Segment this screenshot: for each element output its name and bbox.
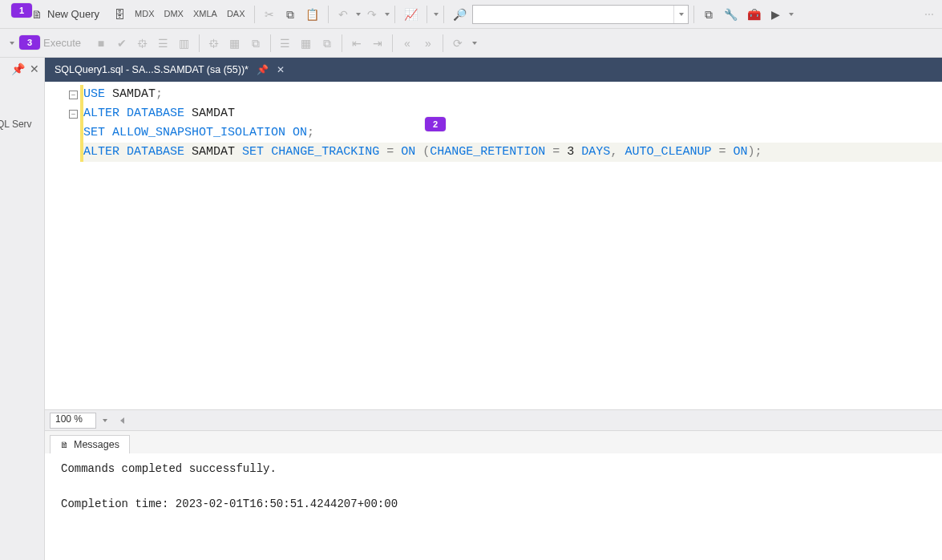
play-dropdown-caret[interactable] — [789, 13, 794, 16]
paste-button[interactable]: 📋 — [301, 5, 323, 24]
main-area: SQLQuery1.sql - SA...S.SAMDAT (sa (55))*… — [45, 58, 942, 560]
messages-tab[interactable]: 🗎 Messages — [50, 435, 130, 453]
kw-on: ON — [401, 145, 415, 159]
increase-indent-button[interactable]: » — [418, 34, 438, 53]
cut-button[interactable]: ✂ — [260, 5, 279, 24]
kw-alter: ALTER — [83, 107, 119, 120]
num: 3 — [567, 145, 574, 159]
punct: ; — [156, 87, 163, 101]
results-to-file-button[interactable]: ⧉ — [317, 34, 337, 53]
wrench-button[interactable]: 🔧 — [720, 5, 742, 24]
document-tab-close-icon[interactable]: ✕ — [277, 64, 285, 75]
activity-monitor-button[interactable]: 📈 — [400, 5, 422, 24]
database-dropdown-caret[interactable] — [10, 42, 14, 45]
document-tabs: SQLQuery1.sql - SA...S.SAMDAT (sa (55))*… — [45, 58, 942, 82]
zoom-caret-icon[interactable] — [103, 419, 107, 422]
horizontal-scroll-left-icon[interactable] — [120, 417, 124, 424]
sql-editor[interactable]: − − USE SAMDAT; ALTER DATABASE SAMDAT SE… — [45, 82, 942, 410]
kw-database: DATABASE — [127, 107, 184, 120]
messages-icon: 🗎 — [60, 441, 69, 449]
find-button[interactable]: 🔎 — [449, 5, 471, 24]
xmla-icon: XMLA — [193, 10, 217, 18]
toolbar-overflow[interactable]: ⋯ — [920, 5, 939, 24]
decrease-indent-button[interactable]: « — [398, 34, 417, 53]
database-icon: 🗄 — [114, 9, 125, 20]
toolbox-button[interactable]: 🧰 — [743, 5, 765, 24]
kw-on: ON — [293, 126, 307, 139]
object-explorer-collapsed[interactable]: 📌 ✕ QL Serv — [0, 58, 45, 560]
dmx-query-button[interactable]: DMX — [160, 5, 187, 24]
results-to-grid-button[interactable]: ▦ — [297, 34, 316, 53]
comment-out-button[interactable]: ⇤ — [347, 34, 366, 53]
fold-toggle-icon[interactable]: − — [69, 110, 78, 119]
toolbar-separator — [254, 6, 255, 23]
include-live-stats-button[interactable]: ▦ — [225, 34, 245, 53]
close-icon[interactable]: ✕ — [30, 63, 39, 75]
copy-button[interactable]: ⧉ — [281, 5, 300, 24]
results-to-text-button[interactable]: ☰ — [276, 34, 295, 53]
include-actual-plan-button[interactable]: ⯐ — [204, 34, 224, 53]
quick-launch-input[interactable] — [473, 6, 673, 23]
toolbar-separator — [199, 34, 200, 52]
kw-set: SET — [242, 145, 264, 159]
comment-icon: ⇤ — [352, 38, 362, 49]
object-explorer-header: 📌 ✕ — [0, 58, 44, 80]
zoom-dropdown[interactable]: 100 % — [50, 413, 96, 429]
database-engine-query-button[interactable]: 🗄 — [110, 5, 129, 24]
live-stats-icon: ▦ — [229, 38, 240, 49]
kw-database: DATABASE — [127, 145, 184, 159]
quick-launch-search[interactable] — [472, 5, 689, 24]
main-toolbar: 🗎 New Query 🗄 MDX DMX XMLA DAX ✂ ⧉ 📋 ↶ ↷… — [0, 0, 942, 29]
undo-button[interactable]: ↶ — [334, 5, 353, 24]
intellisense-button[interactable]: ▥ — [175, 34, 194, 53]
redo-dropdown-caret[interactable] — [385, 13, 390, 16]
pin-icon[interactable]: 📌 — [11, 63, 25, 75]
kw-alter: ALTER — [83, 145, 119, 159]
punct: , — [610, 145, 617, 159]
op-eq: = — [718, 145, 726, 159]
kw-use: USE — [83, 87, 105, 101]
kw-allow-snapshot-isolation: ALLOW_SNAPSHOT_ISOLATION — [112, 126, 285, 139]
op-eq: = — [386, 145, 394, 159]
intellisense-icon: ▥ — [179, 38, 189, 49]
document-tab-active[interactable]: SQLQuery1.sql - SA...S.SAMDAT (sa (55))*… — [45, 58, 294, 82]
specify-values-button[interactable]: ⟳ — [448, 34, 467, 53]
results-text-icon: ☰ — [280, 38, 290, 49]
document-tab-pin-icon[interactable]: 📌 — [257, 64, 269, 75]
fold-toggle-icon[interactable]: − — [69, 91, 78, 99]
solution-dropdown-caret[interactable] — [434, 13, 439, 16]
results-file-icon: ⧉ — [323, 38, 331, 49]
plan-icon: ⯐ — [137, 38, 148, 49]
vs-button[interactable]: ⧉ — [699, 5, 718, 24]
kw-on: ON — [733, 145, 747, 159]
query-options-button[interactable]: ☰ — [154, 34, 173, 53]
new-query-button[interactable]: 🗎 New Query — [27, 5, 108, 24]
values-icon: ⟳ — [453, 38, 463, 49]
undo-dropdown-caret[interactable] — [356, 13, 361, 16]
client-area: 📌 ✕ QL Serv SQLQuery1.sql - SA...S.SAMDA… — [0, 58, 942, 560]
sql-toolbar-overflow-caret[interactable] — [472, 42, 477, 45]
stop-button[interactable]: ■ — [91, 34, 111, 53]
display-plan-button[interactable]: ⯐ — [133, 34, 152, 53]
dax-query-button[interactable]: DAX — [223, 5, 249, 24]
parse-button[interactable]: ✔ — [112, 34, 131, 53]
quick-launch-dropdown[interactable] — [673, 6, 688, 23]
include-client-stats-button[interactable]: ⧉ — [246, 34, 265, 53]
messages-tab-label: Messages — [74, 439, 119, 450]
wrench-icon: 🔧 — [724, 9, 738, 20]
sql-text[interactable]: USE SAMDAT; ALTER DATABASE SAMDAT SET AL… — [83, 85, 942, 162]
undo-icon: ↶ — [338, 9, 348, 20]
chevron-down-icon — [679, 13, 684, 16]
xmla-query-button[interactable]: XMLA — [189, 5, 221, 24]
messages-pane[interactable]: Commands completed successfully. Complet… — [45, 453, 942, 560]
mdx-query-button[interactable]: MDX — [131, 5, 158, 24]
results-tab-strip: 🗎 Messages — [45, 431, 942, 453]
redo-button[interactable]: ↷ — [362, 5, 382, 24]
callout-badge-2: 2 — [425, 117, 446, 131]
kw-days: DAYS — [581, 145, 610, 159]
play-button[interactable]: ▶ — [766, 5, 786, 24]
kw-auto-cleanup: AUTO_CLEANUP — [625, 145, 711, 159]
uncomment-button[interactable]: ⇥ — [368, 34, 387, 53]
client-stats-icon: ⧉ — [252, 38, 260, 49]
increase-indent-icon: » — [425, 38, 431, 49]
